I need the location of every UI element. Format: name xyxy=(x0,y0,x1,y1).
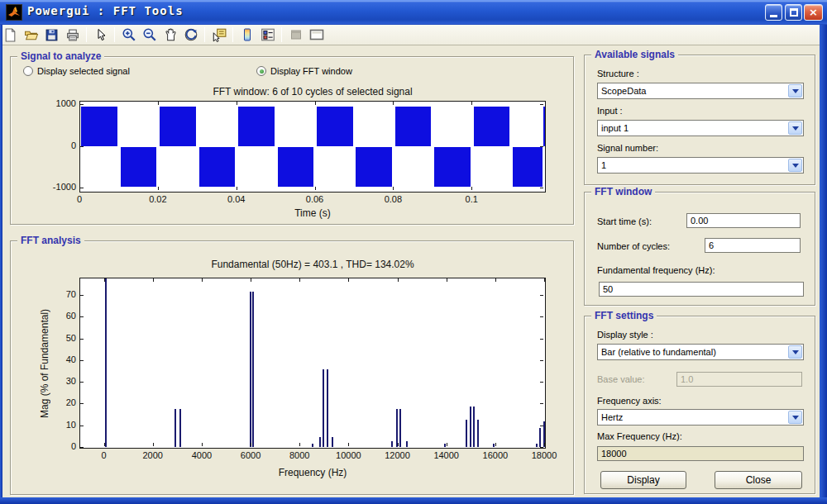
zoom-in-button[interactable] xyxy=(119,26,138,44)
waveform-segment xyxy=(121,147,157,187)
signal-number-label: Signal number: xyxy=(597,143,658,153)
axis-tick xyxy=(540,382,543,383)
axis-tick xyxy=(540,316,543,317)
axis-tick xyxy=(104,443,105,446)
axis-tick xyxy=(495,443,496,446)
structure-dropdown[interactable]: ScopeData xyxy=(597,83,804,99)
axis-tick xyxy=(540,360,543,361)
chevron-down-icon[interactable] xyxy=(788,121,802,135)
input-dropdown[interactable]: input 1 xyxy=(597,120,804,136)
display-style-dropdown[interactable]: Bar (relative to fundamental) xyxy=(597,344,804,360)
axis-tick xyxy=(540,426,543,426)
waveform-segment xyxy=(356,147,392,187)
axis-tick xyxy=(544,443,545,446)
harmonic-bar xyxy=(493,444,495,447)
input-value: input 1 xyxy=(598,123,788,133)
fft-settings-title: FFT settings xyxy=(591,310,657,321)
save-button[interactable] xyxy=(42,26,61,44)
axis-tick-label: 0.1 xyxy=(451,194,492,204)
axis-tick xyxy=(153,278,154,282)
close-action-button[interactable]: Close xyxy=(715,471,802,489)
open-file-button[interactable] xyxy=(22,26,41,44)
cycles-input[interactable] xyxy=(705,238,801,253)
time-waveform-plot[interactable] xyxy=(79,101,546,193)
axis-tick xyxy=(237,102,237,105)
axis-tick-label: 0 xyxy=(38,441,76,451)
chevron-down-icon[interactable] xyxy=(788,411,802,424)
axis-tick-label: 16000 xyxy=(475,450,516,460)
waveform-segment xyxy=(317,107,353,146)
fundamental-freq-input[interactable] xyxy=(599,282,804,297)
fft-spectrum-plot[interactable] xyxy=(79,278,546,449)
pointer-tool-button[interactable] xyxy=(91,26,110,44)
display-style-value: Bar (relative to fundamental) xyxy=(598,347,788,357)
zoom-out-button[interactable] xyxy=(140,26,159,44)
start-time-input[interactable] xyxy=(686,213,801,228)
signal-number-value: 1 xyxy=(598,160,788,170)
radio-selected-icon xyxy=(256,66,266,76)
figure-toolbar xyxy=(0,25,827,45)
display-selected-signal-radio[interactable]: Display selected signal xyxy=(23,66,130,76)
zoom-out-icon xyxy=(142,27,157,42)
display-fft-window-radio[interactable]: Display FFT window xyxy=(256,66,352,76)
data-cursor-button[interactable] xyxy=(209,26,228,44)
harmonic-bar xyxy=(466,420,467,447)
radio-label: Display FFT window xyxy=(270,66,352,76)
axis-tick xyxy=(80,447,84,448)
axis-tick xyxy=(237,187,237,190)
axis-tick xyxy=(158,187,159,190)
axis-tick xyxy=(471,187,472,190)
axis-tick-label: 20 xyxy=(38,397,76,407)
axis-tick xyxy=(153,443,154,446)
print-button[interactable] xyxy=(63,26,82,44)
titlebar[interactable]: Powergui : FFT Tools × xyxy=(0,0,827,25)
axis-tick-label: 12000 xyxy=(377,450,418,460)
waveform-segment xyxy=(434,147,471,187)
minimize-button[interactable] xyxy=(765,4,782,21)
axis-tick-label: 0.04 xyxy=(216,194,257,204)
axis-tick-label: 0 xyxy=(59,194,100,204)
fundamental-freq-label: Fundamental frequency (Hz): xyxy=(597,265,715,275)
harmonic-bar xyxy=(399,409,401,447)
time-xaxis-label: Time (s) xyxy=(79,207,546,219)
axis-tick xyxy=(80,295,84,296)
axis-tick xyxy=(540,403,543,404)
insert-colorbar-button[interactable] xyxy=(237,26,256,44)
display-button[interactable]: Display xyxy=(600,471,686,489)
chevron-down-icon[interactable] xyxy=(788,345,802,359)
toolbar-separator xyxy=(281,27,282,42)
maximize-button[interactable] xyxy=(785,4,802,21)
axis-tick xyxy=(158,102,159,105)
cycles-label: Number of cycles: xyxy=(597,241,670,251)
harmonic-bar xyxy=(539,428,541,447)
signal-number-dropdown[interactable]: 1 xyxy=(597,157,804,174)
waveform-segment xyxy=(278,147,314,187)
chevron-down-icon[interactable] xyxy=(788,84,802,97)
frequency-axis-dropdown[interactable]: Hertz xyxy=(597,409,804,426)
axis-tick-label: 60 xyxy=(38,311,76,321)
fft-group-title: FFT analysis xyxy=(17,235,84,246)
close-button[interactable]: × xyxy=(804,4,823,21)
axis-tick xyxy=(348,443,349,446)
insert-legend-button[interactable] xyxy=(258,26,277,44)
waveform-segment xyxy=(543,107,545,146)
harmonic-bar xyxy=(312,444,313,447)
axis-tick-label: 4000 xyxy=(181,450,222,460)
rotate-3d-button[interactable] xyxy=(181,26,200,44)
harmonic-bar xyxy=(470,407,471,447)
colorbar-icon xyxy=(241,27,254,42)
axis-tick xyxy=(398,443,399,446)
axis-tick xyxy=(251,443,251,446)
max-frequency-input[interactable] xyxy=(597,446,804,461)
toolbar-separator xyxy=(114,27,115,42)
new-file-button[interactable] xyxy=(1,26,20,44)
print-icon xyxy=(65,28,80,42)
harmonic-bar xyxy=(473,407,475,447)
available-signals-title: Available signals xyxy=(591,49,678,60)
pan-tool-button[interactable] xyxy=(160,26,179,44)
axis-tick-label: 30 xyxy=(38,376,76,386)
structure-value: ScopeData xyxy=(598,86,788,96)
chevron-down-icon[interactable] xyxy=(788,159,802,172)
axis-tick xyxy=(540,447,543,448)
axis-tick-label: 0 xyxy=(84,450,125,460)
